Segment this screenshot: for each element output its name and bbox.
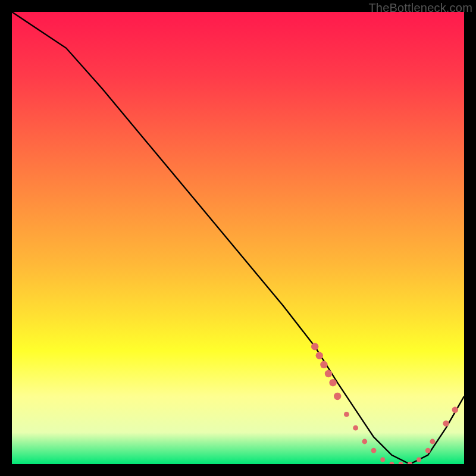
bottleneck-curve-line	[12, 12, 464, 464]
curve-marker	[320, 361, 327, 368]
curve-marker	[390, 462, 394, 464]
curve-marker	[311, 343, 318, 350]
curve-marker	[325, 370, 332, 377]
curve-markers	[311, 343, 458, 464]
curve-marker	[430, 439, 435, 444]
curve-marker	[353, 425, 358, 431]
curve-marker	[316, 352, 323, 359]
curve-marker	[380, 458, 385, 462]
curve-marker	[329, 379, 336, 386]
chart-stage: TheBottleneck.com	[0, 0, 476, 476]
curve-marker	[443, 420, 449, 426]
curve-marker	[399, 462, 403, 464]
plot-area	[12, 12, 464, 464]
curve-marker	[334, 393, 341, 400]
curve-marker	[452, 407, 458, 413]
curve-marker	[408, 462, 412, 464]
chart-svg	[12, 12, 464, 464]
curve-marker	[344, 412, 349, 417]
curve-marker	[416, 458, 421, 462]
curve-marker	[425, 448, 431, 453]
curve-marker	[371, 448, 377, 453]
curve-marker	[362, 439, 367, 444]
